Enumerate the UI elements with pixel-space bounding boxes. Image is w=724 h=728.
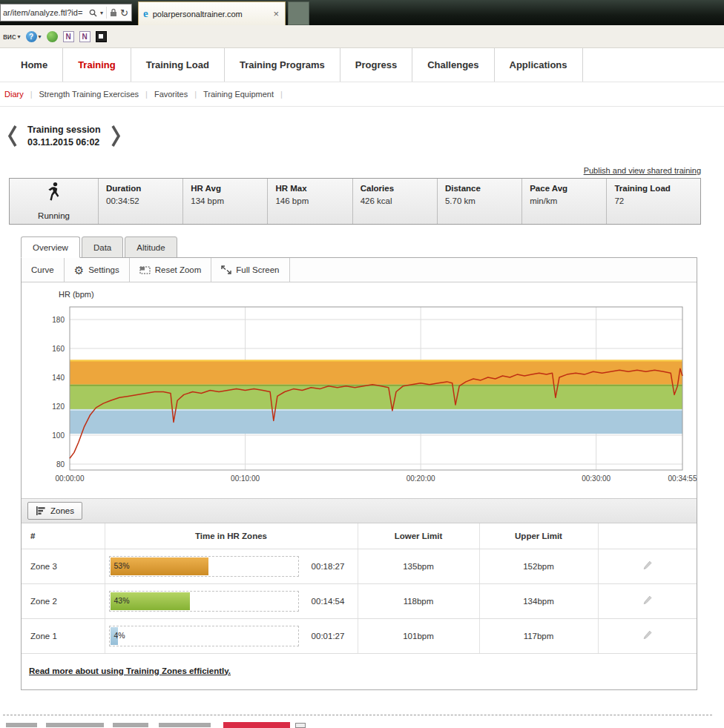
browser-toolbar: вис ▾ ? ▾ N N	[0, 25, 724, 48]
edit-zone-button[interactable]	[642, 560, 653, 573]
zone-name: Zone 1	[22, 618, 105, 653]
zone-name: Zone 2	[22, 583, 105, 618]
zones-chart-icon	[36, 506, 46, 515]
browser-menu[interactable]: вис ▾	[3, 32, 21, 41]
stat-hr-avg: HR Avg 134 bpm	[182, 179, 267, 224]
publish-row: Publish and view shared training	[584, 166, 701, 175]
chart-toolbar: Curve ⚙ Settings Reset Zoom Full Screen	[22, 258, 697, 282]
svg-text:00:10:00: 00:10:00	[231, 474, 260, 483]
lock-icon	[110, 8, 117, 17]
stat-label: Distance	[445, 184, 521, 193]
stat-hr-max: HR Max 146 bpm	[267, 179, 352, 224]
stat-value: 72	[614, 196, 700, 205]
zone-upper-limit: 152bpm	[479, 549, 598, 583]
previous-session-icon[interactable]	[7, 125, 17, 148]
publish-link[interactable]: Publish and view shared training	[584, 166, 701, 175]
tab-altitude[interactable]: Altitude	[125, 236, 177, 258]
stat-label: Training Load	[614, 184, 700, 193]
reset-zoom-icon	[139, 265, 151, 274]
zone-lower-limit: 135bpm	[358, 549, 479, 583]
stat-value: 134 bpm	[191, 196, 267, 205]
zones-table-header-row: # Time in HR Zones Lower Limit Upper Lim…	[22, 523, 697, 549]
help-button[interactable]: ? ▾	[26, 31, 42, 42]
edit-zone-button[interactable]	[642, 629, 653, 643]
zones-strip: Zones	[22, 498, 697, 523]
cutoff-text	[46, 723, 104, 727]
subnav-item-diary[interactable]: Diary	[4, 90, 24, 99]
curve-label: Curve	[22, 258, 65, 282]
onenote-clip-button[interactable]: N	[79, 31, 90, 42]
stat-value: min/km	[530, 196, 606, 205]
screen: ar/item/analyze.ftl?id= ▾ ↻ e polarperso…	[0, 0, 724, 728]
chevron-down-icon: ▾	[18, 33, 21, 40]
onenote-button[interactable]: N	[63, 31, 74, 42]
session-header: Training session 03.11.2015 06:02	[7, 125, 121, 148]
onenote-icon: N	[63, 31, 74, 42]
onenote-icon: N	[79, 31, 90, 42]
svg-text:00:34:55: 00:34:55	[668, 474, 697, 483]
full-screen-icon	[221, 265, 231, 274]
svg-text:00:20:00: 00:20:00	[407, 474, 435, 483]
read-more-link[interactable]: Read more about using Training Zones eff…	[29, 666, 231, 675]
help-icon: ?	[26, 31, 37, 42]
cutoff-text	[6, 723, 37, 727]
search-icon[interactable]	[89, 9, 97, 17]
stat-label: HR Max	[275, 184, 352, 193]
reset-zoom-button[interactable]: Reset Zoom	[130, 258, 212, 282]
reset-zoom-label: Reset Zoom	[155, 265, 202, 274]
site-icon: e	[143, 7, 148, 20]
full-screen-label: Full Screen	[236, 265, 279, 274]
nav-item-training-load[interactable]: Training Load	[131, 48, 225, 82]
gear-icon: ⚙	[74, 265, 84, 276]
pencil-icon	[642, 595, 653, 606]
zone-bar-track: 4%	[109, 626, 299, 646]
tab-overview[interactable]: Overview	[21, 236, 80, 258]
stat-value: 146 bpm	[275, 196, 352, 205]
subnav-separator: |	[194, 90, 197, 99]
table-row-zone-1: Zone 1 4% 00:01:27 101bpm 117bpm	[22, 618, 697, 653]
address-dropdown-icon[interactable]: ▾	[100, 10, 103, 16]
refresh-icon[interactable]: ↻	[120, 7, 128, 19]
address-separator	[106, 7, 107, 19]
new-tab-button[interactable]	[288, 1, 309, 25]
tab-data[interactable]: Data	[82, 236, 123, 258]
full-screen-button[interactable]: Full Screen	[211, 258, 289, 282]
zone-lower-limit: 118bpm	[358, 583, 479, 618]
browser-menu-label: вис	[3, 32, 16, 41]
subnav-item-favorites[interactable]: Favorites	[154, 90, 188, 99]
subnav-item-strength-training-exercises[interactable]: Strength Training Exercises	[39, 90, 139, 99]
chevron-down-icon: ▾	[39, 33, 42, 40]
summary-bar: Running Duration 00:34:52 HR Avg 134 bpm…	[9, 178, 701, 225]
nav-item-training[interactable]: Training	[63, 48, 131, 82]
address-text[interactable]: ar/item/analyze.ftl?id=	[1, 8, 88, 17]
extension-green-button[interactable]	[47, 31, 58, 42]
browser-tab[interactable]: e polarpersonaltrainer.com ×	[138, 1, 286, 25]
settings-button[interactable]: ⚙ Settings	[65, 258, 130, 282]
edit-zone-button[interactable]	[642, 595, 653, 608]
next-session-icon[interactable]	[111, 125, 121, 148]
tab-title: polarpersonaltrainer.com	[153, 10, 272, 19]
zones-button[interactable]: Zones	[27, 502, 82, 520]
svg-text:00:00:00: 00:00:00	[56, 474, 85, 483]
snip-button[interactable]	[96, 31, 107, 42]
zone-lower-limit: 101bpm	[358, 618, 479, 653]
cutoff-text	[159, 723, 211, 727]
nav-item-training-programs[interactable]: Training Programs	[225, 48, 340, 82]
sport-column: Running	[10, 179, 98, 224]
subnav-item-training-equipment[interactable]: Training Equipment	[203, 90, 274, 99]
cutoff-icon	[295, 723, 306, 728]
pencil-icon	[642, 560, 653, 572]
svg-text:140: 140	[52, 374, 65, 382]
address-bar[interactable]: ar/item/analyze.ftl?id= ▾ ↻	[0, 4, 132, 21]
nav-item-applications[interactable]: Applications	[495, 48, 583, 82]
snip-icon	[96, 31, 107, 42]
zone-upper-limit: 134bpm	[479, 583, 598, 618]
stat-pace-avg: Pace Avg min/km	[521, 179, 606, 224]
svg-text:00:30:00: 00:30:00	[582, 474, 611, 483]
stat-label: Calories	[361, 184, 437, 193]
tab-close-icon[interactable]: ×	[272, 8, 280, 19]
nav-item-progress[interactable]: Progress	[340, 48, 412, 82]
nav-item-challenges[interactable]: Challenges	[412, 48, 494, 82]
hr-chart[interactable]: 8010012014016018000:00:0000:10:0000:20:0…	[46, 302, 717, 489]
nav-item-home[interactable]: Home	[6, 48, 63, 82]
